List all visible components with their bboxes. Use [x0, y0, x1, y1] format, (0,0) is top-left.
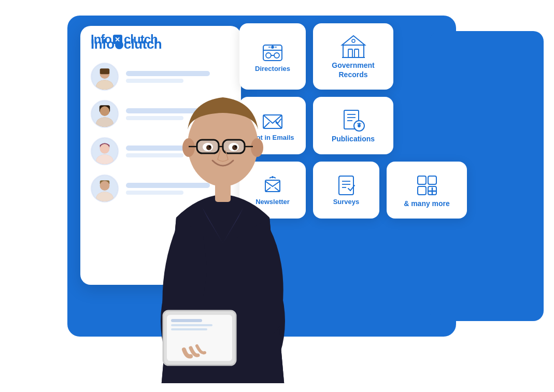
svg-rect-85 — [171, 328, 207, 330]
avatar — [91, 175, 119, 202]
svg-rect-33 — [348, 49, 352, 57]
publications-icon — [340, 107, 367, 134]
person-area — [124, 31, 321, 383]
svg-point-46 — [358, 125, 360, 127]
avatar — [91, 137, 119, 165]
svg-marker-32 — [342, 36, 365, 45]
government-records-card[interactable]: Government Records — [313, 23, 393, 90]
logo-text-clutch: clutch — [124, 32, 158, 47]
svg-point-79 — [235, 146, 237, 148]
svg-rect-57 — [428, 176, 436, 184]
svg-rect-34 — [354, 49, 359, 57]
svg-point-68 — [251, 138, 263, 157]
svg-point-78 — [232, 145, 237, 150]
avatar-image-2 — [92, 101, 118, 127]
svg-point-76 — [209, 146, 211, 148]
more-icon — [414, 172, 441, 199]
svg-rect-83 — [171, 319, 202, 322]
surveys-icon — [334, 173, 359, 198]
svg-rect-56 — [418, 176, 426, 184]
logo-box: ✕ — [113, 35, 122, 44]
logo-overlay: Info ✕ clutch — [91, 32, 158, 47]
svg-point-75 — [206, 145, 211, 150]
surveys-card[interactable]: Surveys — [313, 162, 379, 219]
svg-rect-31 — [343, 45, 364, 57]
svg-rect-84 — [171, 324, 212, 326]
many-more-label: & many more — [404, 199, 450, 208]
svg-point-15 — [100, 144, 110, 154]
publications-card[interactable]: Publications — [313, 97, 393, 154]
government-icon — [340, 34, 367, 61]
avatar-image-4 — [92, 176, 118, 201]
main-scene: Infoclutch — [0, 0, 554, 392]
many-more-card[interactable]: & many more — [387, 162, 467, 219]
surveys-label: Surveys — [333, 198, 360, 207]
avatar-image-3 — [92, 138, 118, 164]
logo-x: ✕ — [115, 36, 120, 43]
government-records-label: Government Records — [320, 61, 386, 79]
svg-point-67 — [182, 138, 195, 157]
svg-point-36 — [352, 39, 355, 42]
publications-label: Publications — [332, 134, 375, 143]
person-illustration — [135, 21, 311, 383]
avatar — [91, 100, 119, 128]
svg-rect-4 — [100, 68, 110, 74]
svg-rect-52 — [339, 176, 353, 195]
svg-rect-58 — [418, 186, 426, 195]
avatar-image-1 — [92, 64, 118, 90]
logo-text-info: Info — [91, 32, 111, 47]
svg-point-10 — [100, 106, 110, 116]
avatar — [91, 63, 119, 91]
svg-point-21 — [100, 181, 110, 191]
